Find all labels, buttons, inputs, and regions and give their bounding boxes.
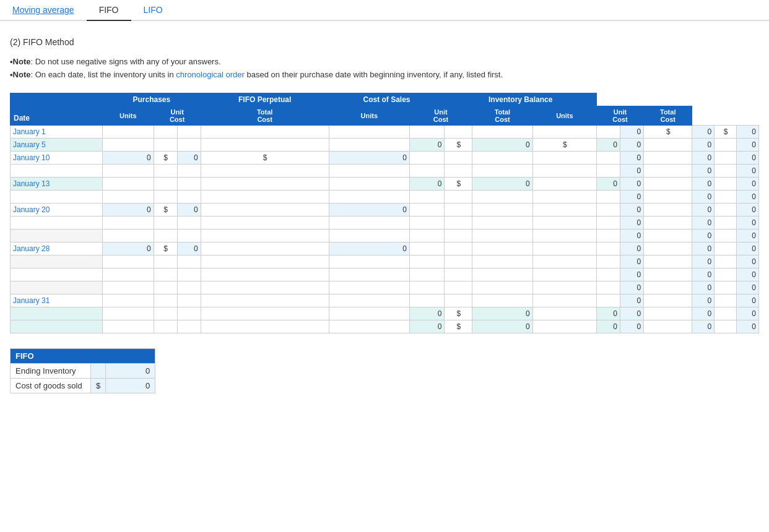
table-cell[interactable] [329,216,409,229]
table-cell[interactable]: 0 [692,177,715,190]
table-cell[interactable]: 0 [692,151,715,164]
table-cell[interactable]: 0 [737,138,759,151]
table-cell[interactable] [329,138,409,151]
table-cell[interactable] [472,203,533,216]
table-cell[interactable] [409,164,445,177]
table-cell[interactable] [102,164,154,177]
table-cell[interactable]: 0 [472,138,533,151]
tab-lifo[interactable]: LIFO [131,0,175,21]
table-cell[interactable] [596,268,620,281]
table-cell[interactable]: 0 [737,177,759,190]
table-cell[interactable]: 0 [692,294,715,307]
table-cell[interactable]: 0 [737,255,759,268]
table-cell[interactable] [596,281,620,294]
table-cell[interactable] [472,255,533,268]
table-cell[interactable] [102,229,154,242]
table-cell[interactable]: 0 [692,203,715,216]
table-cell[interactable] [329,307,409,320]
summary-value[interactable]: 0 [106,378,155,393]
table-cell[interactable]: 0 [620,320,644,333]
table-cell[interactable] [409,190,445,203]
table-cell[interactable] [177,164,201,177]
table-cell[interactable]: 0 [409,307,445,320]
table-cell[interactable] [102,177,154,190]
table-cell[interactable] [409,281,445,294]
table-cell[interactable] [329,281,409,294]
tab-fifo[interactable]: FIFO [87,0,131,21]
table-cell[interactable]: 0 [596,307,620,320]
table-cell[interactable]: 0 [329,203,409,216]
table-cell[interactable] [329,190,409,203]
table-cell[interactable] [472,229,533,242]
table-cell[interactable]: 0 [596,138,620,151]
table-cell[interactable] [329,177,409,190]
table-cell[interactable]: 0 [620,216,644,229]
table-cell[interactable] [329,255,409,268]
table-cell[interactable]: 0 [692,164,715,177]
table-cell[interactable] [409,294,445,307]
table-cell[interactable] [102,307,154,320]
table-cell[interactable] [102,268,154,281]
table-cell[interactable] [329,294,409,307]
table-cell[interactable]: 0 [177,151,201,164]
table-cell[interactable]: 0 [692,216,715,229]
table-cell[interactable]: 0 [620,229,644,242]
table-cell[interactable] [177,294,201,307]
table-cell[interactable] [102,255,154,268]
table-cell[interactable]: 0 [737,242,759,255]
table-cell[interactable]: 0 [737,307,759,320]
table-cell[interactable]: 0 [692,229,715,242]
table-cell[interactable]: 0 [692,268,715,281]
table-cell[interactable]: 0 [329,242,409,255]
table-cell[interactable]: 0 [102,151,154,164]
table-cell[interactable]: 0 [692,242,715,255]
table-cell[interactable] [329,320,409,333]
table-cell[interactable] [472,151,533,164]
table-cell[interactable] [472,125,533,138]
table-cell[interactable]: 0 [692,190,715,203]
table-cell[interactable]: 0 [737,164,759,177]
table-cell[interactable] [329,229,409,242]
table-cell[interactable]: 0 [472,307,533,320]
table-cell[interactable] [329,268,409,281]
table-cell[interactable] [596,125,620,138]
table-cell[interactable]: 0 [177,242,201,255]
table-cell[interactable]: 0 [737,125,759,138]
tab-moving-average[interactable]: Moving average [0,0,87,21]
table-cell[interactable]: 0 [620,281,644,294]
table-cell[interactable]: 0 [620,294,644,307]
table-cell[interactable] [472,268,533,281]
table-cell[interactable] [472,216,533,229]
table-cell[interactable]: 0 [692,320,715,333]
table-cell[interactable] [472,294,533,307]
table-cell[interactable]: 0 [737,268,759,281]
table-cell[interactable]: 0 [620,242,644,255]
table-cell[interactable] [596,294,620,307]
table-cell[interactable]: 0 [692,281,715,294]
table-cell[interactable]: 0 [620,177,644,190]
table-cell[interactable] [177,190,201,203]
table-cell[interactable] [409,255,445,268]
table-cell[interactable] [596,255,620,268]
table-cell[interactable]: 0 [620,203,644,216]
table-cell[interactable]: 0 [620,268,644,281]
table-cell[interactable]: 0 [620,125,644,138]
table-cell[interactable]: 0 [472,320,533,333]
table-cell[interactable] [177,177,201,190]
table-cell[interactable] [596,229,620,242]
table-cell[interactable]: 0 [620,255,644,268]
table-cell[interactable] [472,190,533,203]
table-cell[interactable] [596,164,620,177]
table-cell[interactable] [472,242,533,255]
table-cell[interactable]: 0 [692,138,715,151]
table-cell[interactable] [177,125,201,138]
table-cell[interactable]: 0 [692,255,715,268]
table-cell[interactable]: 0 [409,320,445,333]
table-cell[interactable] [329,164,409,177]
table-cell[interactable] [102,320,154,333]
table-cell[interactable]: 0 [737,151,759,164]
table-cell[interactable] [177,216,201,229]
table-cell[interactable]: 0 [737,281,759,294]
table-cell[interactable]: 0 [177,203,201,216]
table-cell[interactable]: 0 [737,203,759,216]
